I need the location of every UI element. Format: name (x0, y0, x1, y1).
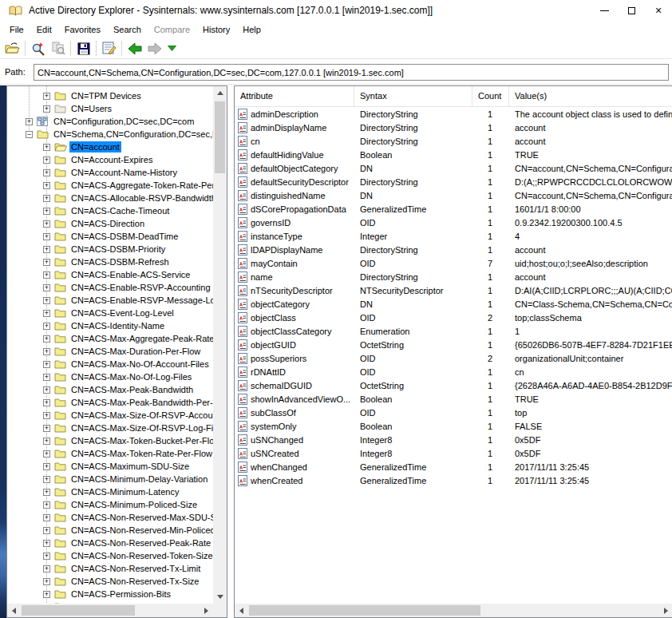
attribute-row[interactable]: whenChanged GeneralizedTime 1 2017/11/11… (235, 460, 672, 473)
expand-toggle[interactable]: + (43, 93, 50, 100)
expand-toggle[interactable]: + (43, 553, 50, 560)
menu-history[interactable]: History (196, 21, 236, 38)
attribute-row[interactable]: cn DirectoryString 1 account (235, 134, 672, 148)
tree-item[interactable]: + CN=ACS-Non-Reserved-Max-SDU-Siz (7, 511, 213, 524)
expand-toggle[interactable]: + (43, 386, 50, 394)
attribute-row[interactable]: dSCorePropagationData GeneralizedTime 1 … (235, 202, 672, 216)
attribute-row[interactable]: distinguishedName DN 1 CN=account,CN=Sch… (235, 188, 672, 202)
list-hscroll-thumb[interactable] (249, 605, 480, 616)
attribute-row[interactable]: nTSecurityDescriptor NTSecurityDescripto… (235, 283, 672, 297)
column-header-count[interactable]: Count (472, 86, 509, 106)
attribute-row[interactable]: possSuperiors OID 2 organizationalUnit;c… (235, 351, 672, 365)
expand-toggle[interactable]: + (43, 514, 50, 521)
tree-horizontal-scrollbar[interactable] (7, 604, 213, 617)
open-button[interactable] (2, 39, 22, 58)
expand-toggle[interactable]: + (43, 156, 50, 164)
maximize-button[interactable] (618, 0, 645, 21)
expand-toggle[interactable]: + (26, 118, 33, 125)
expand-toggle[interactable]: + (43, 169, 50, 176)
tree-view[interactable]: + CN=TPM Devices + CN=Users + CN=Configu… (7, 86, 213, 604)
attribute-row[interactable]: subClassOf OID 1 top (235, 406, 672, 419)
tree-item[interactable]: + CN=ACS-Max-Duration-Per-Flow (7, 345, 213, 358)
tree-item[interactable]: + CN=TPM Devices (7, 89, 213, 102)
scroll-left-arrow[interactable] (7, 604, 21, 617)
attribute-row[interactable]: schemaIDGUID OctetString 1 {2628A46A-A6A… (235, 378, 672, 392)
menu-search[interactable]: Search (107, 21, 148, 38)
expand-toggle[interactable]: + (43, 540, 50, 547)
column-header-attribute[interactable]: Attribute (235, 86, 354, 106)
tree-item[interactable]: + CN=ACS-DSBM-Refresh (7, 256, 213, 268)
tree-item[interactable]: + CN=Account-Name-History (7, 166, 213, 179)
tree-item[interactable]: + CN=ACS-Allocable-RSVP-Bandwidth (7, 192, 213, 204)
attribute-row[interactable]: objectCategory DN 1 CN=Class-Schema,CN=S… (235, 297, 672, 311)
expand-toggle[interactable]: − (26, 131, 33, 138)
tree-item[interactable]: + CN=ACS-Non-Reserved-Tx-Limit (7, 562, 213, 575)
expand-toggle[interactable]: + (43, 604, 50, 604)
attribute-row[interactable]: objectClass OID 2 top;classSchema (235, 311, 672, 324)
tree-item[interactable]: + CN=Account-Expires (7, 153, 213, 166)
expand-toggle[interactable]: + (43, 399, 50, 406)
attribute-row[interactable]: rDNAttID OID 1 cn (235, 365, 672, 378)
tree-item[interactable]: + CN=ACS-Non-Reserved-Peak-Rate (7, 537, 213, 549)
expand-toggle[interactable]: + (43, 565, 50, 572)
properties-button[interactable] (99, 39, 119, 58)
attribute-row[interactable]: lDAPDisplayName DirectoryString 1 accoun… (235, 243, 672, 256)
tree-item[interactable]: + CN=ACS-Maximum-SDU-Size (7, 460, 213, 473)
expand-toggle[interactable]: + (43, 182, 50, 189)
attribute-row[interactable]: showInAdvancedViewO... Boolean 1 TRUE (235, 392, 672, 406)
expand-toggle[interactable]: + (43, 246, 50, 253)
expand-toggle[interactable]: + (43, 271, 50, 279)
path-input[interactable] (34, 64, 669, 81)
expand-toggle[interactable]: + (43, 463, 50, 470)
tree-item[interactable]: + CN=ACS-Enable-RSVP-Accounting (7, 281, 213, 294)
tree-item[interactable]: + CN=ACS-Max-Peak-Bandwidth-Per-Fl (7, 396, 213, 409)
tree-item[interactable]: + CN=ACS-Max-Token-Rate-Per-Flow (7, 447, 213, 460)
expand-toggle[interactable]: + (43, 438, 50, 445)
attribute-row[interactable]: objectGUID OctetString 1 {65026DB6-507B-… (235, 338, 672, 351)
expand-toggle[interactable]: + (43, 412, 50, 419)
expand-toggle[interactable]: + (43, 220, 50, 228)
tree-vscroll-thumb[interactable] (215, 101, 225, 173)
save-button[interactable] (73, 39, 93, 58)
find-button[interactable] (28, 39, 48, 58)
expand-toggle[interactable]: + (43, 259, 50, 266)
list-horizontal-scrollbar[interactable] (235, 604, 672, 617)
attribute-row[interactable]: name DirectoryString 1 account (235, 270, 672, 283)
tree-item[interactable]: + CN=ACS-Non-Reserved-Min-Policed-S (7, 524, 213, 537)
attribute-row[interactable]: defaultObjectCategory DN 1 CN=account,CN… (235, 161, 672, 175)
tree-item[interactable]: + CN=ACS-Aggregate-Token-Rate-Per- (7, 179, 213, 192)
attribute-row[interactable]: mayContain OID 7 uid;host;ou;o;l;seeAlso… (235, 256, 672, 270)
tree-item[interactable]: + CN=ACS-Minimum-Policed-Size (7, 498, 213, 511)
tree-item[interactable]: + CN=ACS-Direction (7, 217, 213, 230)
tree-item[interactable]: + CN=ACS-DSBM-Priority (7, 243, 213, 256)
tree-item[interactable]: + CN=ACS-Cache-Timeout (7, 204, 213, 217)
attribute-row[interactable]: objectClassCategory Enumeration 1 1 (235, 324, 672, 338)
tree-item[interactable]: + CN=ACS-Minimum-Delay-Variation (7, 473, 213, 485)
expand-toggle[interactable]: + (43, 310, 50, 317)
menu-favorites[interactable]: Favorites (58, 21, 107, 38)
tree-item[interactable]: + CN=account (7, 141, 213, 153)
menu-file[interactable]: File (3, 21, 30, 38)
column-header-syntax[interactable]: Syntax (354, 86, 472, 106)
history-dropdown-button[interactable] (164, 39, 179, 58)
attribute-list[interactable]: adminDescription DirectoryString 1 The a… (235, 107, 672, 604)
tree-vertical-scrollbar[interactable] (213, 86, 227, 604)
scroll-right-arrow[interactable] (200, 604, 213, 617)
tree-item[interactable]: + CN=ACS-Permission-Bits (7, 588, 213, 600)
expand-toggle[interactable]: + (43, 527, 50, 534)
expand-toggle[interactable]: + (43, 450, 50, 458)
tree-item[interactable]: + CN=ACS-Event-Log-Level (7, 307, 213, 319)
attribute-row[interactable]: uSNChanged Integer8 1 0x5DF (235, 433, 672, 446)
expand-toggle[interactable]: + (43, 195, 50, 202)
column-header-values[interactable]: Value(s) (509, 86, 672, 106)
attribute-row[interactable]: whenCreated GeneralizedTime 1 2017/11/11… (235, 473, 672, 487)
expand-toggle[interactable]: + (43, 284, 50, 291)
tree-item[interactable]: + CN=ACS-Max-Peak-Bandwidth (7, 383, 213, 396)
minimize-button[interactable] (591, 0, 618, 21)
expand-toggle[interactable]: + (43, 233, 50, 240)
tree-item[interactable]: + CN=ACS-Max-No-Of-Account-Files (7, 358, 213, 370)
expand-toggle[interactable]: + (43, 591, 50, 598)
expand-toggle[interactable]: + (43, 323, 50, 330)
expand-toggle[interactable]: + (43, 578, 50, 585)
tree-item[interactable]: + CN=ACS-Max-Size-Of-RSVP-Log-File (7, 422, 213, 434)
